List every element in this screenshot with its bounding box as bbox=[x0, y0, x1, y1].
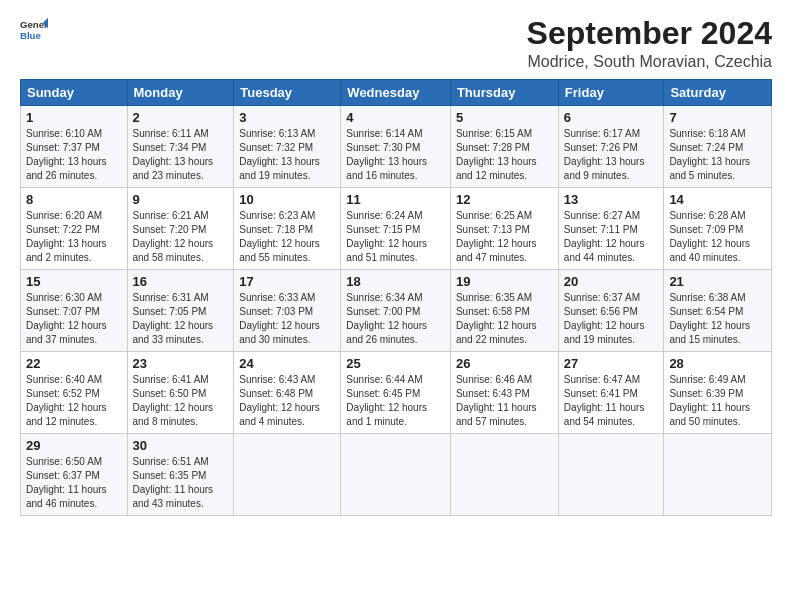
page-subtitle: Modrice, South Moravian, Czechia bbox=[527, 53, 772, 71]
day-number: 25 bbox=[346, 356, 445, 371]
table-row: 21 Sunrise: 6:38 AMSunset: 6:54 PMDaylig… bbox=[664, 270, 772, 352]
col-thursday: Thursday bbox=[450, 80, 558, 106]
table-row: 13 Sunrise: 6:27 AMSunset: 7:11 PMDaylig… bbox=[558, 188, 664, 270]
table-row: 14 Sunrise: 6:28 AMSunset: 7:09 PMDaylig… bbox=[664, 188, 772, 270]
day-number: 15 bbox=[26, 274, 122, 289]
day-detail: Sunrise: 6:20 AMSunset: 7:22 PMDaylight:… bbox=[26, 210, 107, 263]
table-row: 25 Sunrise: 6:44 AMSunset: 6:45 PMDaylig… bbox=[341, 352, 451, 434]
day-detail: Sunrise: 6:24 AMSunset: 7:15 PMDaylight:… bbox=[346, 210, 427, 263]
day-detail: Sunrise: 6:49 AMSunset: 6:39 PMDaylight:… bbox=[669, 374, 750, 427]
day-detail: Sunrise: 6:25 AMSunset: 7:13 PMDaylight:… bbox=[456, 210, 537, 263]
day-number: 8 bbox=[26, 192, 122, 207]
day-number: 9 bbox=[133, 192, 229, 207]
table-row: 29 Sunrise: 6:50 AMSunset: 6:37 PMDaylig… bbox=[21, 434, 128, 516]
day-number: 29 bbox=[26, 438, 122, 453]
table-row bbox=[664, 434, 772, 516]
logo: General Blue bbox=[20, 16, 48, 44]
day-number: 1 bbox=[26, 110, 122, 125]
page-title: September 2024 bbox=[527, 16, 772, 51]
table-row: 7 Sunrise: 6:18 AMSunset: 7:24 PMDayligh… bbox=[664, 106, 772, 188]
day-detail: Sunrise: 6:17 AMSunset: 7:26 PMDaylight:… bbox=[564, 128, 645, 181]
day-detail: Sunrise: 6:38 AMSunset: 6:54 PMDaylight:… bbox=[669, 292, 750, 345]
day-detail: Sunrise: 6:50 AMSunset: 6:37 PMDaylight:… bbox=[26, 456, 107, 509]
table-row: 12 Sunrise: 6:25 AMSunset: 7:13 PMDaylig… bbox=[450, 188, 558, 270]
day-number: 14 bbox=[669, 192, 766, 207]
table-row: 6 Sunrise: 6:17 AMSunset: 7:26 PMDayligh… bbox=[558, 106, 664, 188]
table-row: 23 Sunrise: 6:41 AMSunset: 6:50 PMDaylig… bbox=[127, 352, 234, 434]
day-number: 13 bbox=[564, 192, 659, 207]
table-row: 4 Sunrise: 6:14 AMSunset: 7:30 PMDayligh… bbox=[341, 106, 451, 188]
table-row: 2 Sunrise: 6:11 AMSunset: 7:34 PMDayligh… bbox=[127, 106, 234, 188]
table-row bbox=[341, 434, 451, 516]
day-number: 27 bbox=[564, 356, 659, 371]
day-number: 12 bbox=[456, 192, 553, 207]
day-number: 21 bbox=[669, 274, 766, 289]
day-number: 30 bbox=[133, 438, 229, 453]
day-number: 16 bbox=[133, 274, 229, 289]
day-number: 20 bbox=[564, 274, 659, 289]
day-detail: Sunrise: 6:14 AMSunset: 7:30 PMDaylight:… bbox=[346, 128, 427, 181]
col-wednesday: Wednesday bbox=[341, 80, 451, 106]
col-monday: Monday bbox=[127, 80, 234, 106]
day-detail: Sunrise: 6:43 AMSunset: 6:48 PMDaylight:… bbox=[239, 374, 320, 427]
svg-text:Blue: Blue bbox=[20, 30, 41, 41]
day-detail: Sunrise: 6:31 AMSunset: 7:05 PMDaylight:… bbox=[133, 292, 214, 345]
day-detail: Sunrise: 6:34 AMSunset: 7:00 PMDaylight:… bbox=[346, 292, 427, 345]
day-detail: Sunrise: 6:15 AMSunset: 7:28 PMDaylight:… bbox=[456, 128, 537, 181]
day-number: 23 bbox=[133, 356, 229, 371]
day-number: 10 bbox=[239, 192, 335, 207]
table-row: 9 Sunrise: 6:21 AMSunset: 7:20 PMDayligh… bbox=[127, 188, 234, 270]
table-row: 19 Sunrise: 6:35 AMSunset: 6:58 PMDaylig… bbox=[450, 270, 558, 352]
logo-icon: General Blue bbox=[20, 16, 48, 44]
table-row: 18 Sunrise: 6:34 AMSunset: 7:00 PMDaylig… bbox=[341, 270, 451, 352]
col-friday: Friday bbox=[558, 80, 664, 106]
table-row: 24 Sunrise: 6:43 AMSunset: 6:48 PMDaylig… bbox=[234, 352, 341, 434]
day-detail: Sunrise: 6:46 AMSunset: 6:43 PMDaylight:… bbox=[456, 374, 537, 427]
table-row: 8 Sunrise: 6:20 AMSunset: 7:22 PMDayligh… bbox=[21, 188, 128, 270]
col-saturday: Saturday bbox=[664, 80, 772, 106]
day-number: 2 bbox=[133, 110, 229, 125]
day-detail: Sunrise: 6:33 AMSunset: 7:03 PMDaylight:… bbox=[239, 292, 320, 345]
table-row: 26 Sunrise: 6:46 AMSunset: 6:43 PMDaylig… bbox=[450, 352, 558, 434]
table-row: 30 Sunrise: 6:51 AMSunset: 6:35 PMDaylig… bbox=[127, 434, 234, 516]
day-number: 24 bbox=[239, 356, 335, 371]
day-number: 4 bbox=[346, 110, 445, 125]
table-row bbox=[558, 434, 664, 516]
day-detail: Sunrise: 6:10 AMSunset: 7:37 PMDaylight:… bbox=[26, 128, 107, 181]
day-detail: Sunrise: 6:13 AMSunset: 7:32 PMDaylight:… bbox=[239, 128, 320, 181]
table-row: 3 Sunrise: 6:13 AMSunset: 7:32 PMDayligh… bbox=[234, 106, 341, 188]
table-row: 16 Sunrise: 6:31 AMSunset: 7:05 PMDaylig… bbox=[127, 270, 234, 352]
day-detail: Sunrise: 6:51 AMSunset: 6:35 PMDaylight:… bbox=[133, 456, 214, 509]
day-number: 26 bbox=[456, 356, 553, 371]
col-sunday: Sunday bbox=[21, 80, 128, 106]
table-row: 20 Sunrise: 6:37 AMSunset: 6:56 PMDaylig… bbox=[558, 270, 664, 352]
day-number: 3 bbox=[239, 110, 335, 125]
day-number: 19 bbox=[456, 274, 553, 289]
table-row: 22 Sunrise: 6:40 AMSunset: 6:52 PMDaylig… bbox=[21, 352, 128, 434]
calendar-table: Sunday Monday Tuesday Wednesday Thursday… bbox=[20, 79, 772, 516]
day-detail: Sunrise: 6:23 AMSunset: 7:18 PMDaylight:… bbox=[239, 210, 320, 263]
table-row: 15 Sunrise: 6:30 AMSunset: 7:07 PMDaylig… bbox=[21, 270, 128, 352]
title-block: September 2024 Modrice, South Moravian, … bbox=[527, 16, 772, 71]
day-detail: Sunrise: 6:37 AMSunset: 6:56 PMDaylight:… bbox=[564, 292, 645, 345]
table-row bbox=[234, 434, 341, 516]
day-detail: Sunrise: 6:27 AMSunset: 7:11 PMDaylight:… bbox=[564, 210, 645, 263]
day-detail: Sunrise: 6:30 AMSunset: 7:07 PMDaylight:… bbox=[26, 292, 107, 345]
day-number: 7 bbox=[669, 110, 766, 125]
col-tuesday: Tuesday bbox=[234, 80, 341, 106]
day-detail: Sunrise: 6:35 AMSunset: 6:58 PMDaylight:… bbox=[456, 292, 537, 345]
svg-text:General: General bbox=[20, 19, 48, 30]
day-detail: Sunrise: 6:40 AMSunset: 6:52 PMDaylight:… bbox=[26, 374, 107, 427]
day-number: 11 bbox=[346, 192, 445, 207]
table-row: 28 Sunrise: 6:49 AMSunset: 6:39 PMDaylig… bbox=[664, 352, 772, 434]
table-row: 5 Sunrise: 6:15 AMSunset: 7:28 PMDayligh… bbox=[450, 106, 558, 188]
table-row: 17 Sunrise: 6:33 AMSunset: 7:03 PMDaylig… bbox=[234, 270, 341, 352]
day-detail: Sunrise: 6:18 AMSunset: 7:24 PMDaylight:… bbox=[669, 128, 750, 181]
table-row: 10 Sunrise: 6:23 AMSunset: 7:18 PMDaylig… bbox=[234, 188, 341, 270]
table-row bbox=[450, 434, 558, 516]
day-number: 28 bbox=[669, 356, 766, 371]
day-detail: Sunrise: 6:11 AMSunset: 7:34 PMDaylight:… bbox=[133, 128, 214, 181]
day-number: 5 bbox=[456, 110, 553, 125]
day-detail: Sunrise: 6:21 AMSunset: 7:20 PMDaylight:… bbox=[133, 210, 214, 263]
day-detail: Sunrise: 6:47 AMSunset: 6:41 PMDaylight:… bbox=[564, 374, 645, 427]
